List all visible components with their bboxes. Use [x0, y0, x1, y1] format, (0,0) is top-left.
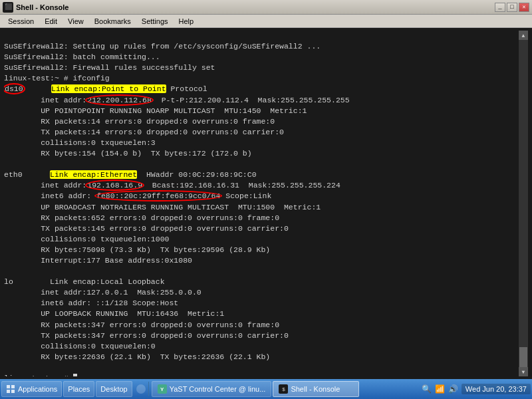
line-eth0: eth0 Link encap:Ethernet HWaddr 00:0C:29… [4, 170, 257, 179]
line-eth0-tx1: TX packets:145 errors:0 dropped:0 overru… [4, 224, 289, 233]
menu-bar: Session Edit View Bookmarks Settings Hel… [0, 15, 532, 28]
minimize-button[interactable]: _ [495, 3, 505, 12]
line-eth0-inet6: inet6 addr: fe80::20c:29ff:fe68:9cc0/64 … [4, 192, 271, 200]
line-ds10-tx1: TX packets:14 errors:0 dropped:0 overrun… [4, 128, 284, 136]
line-lo-inet: inet addr:127.0.0.1 Mask:255.0.0.0 [4, 288, 201, 297]
title-text: Shell - Konsole [16, 3, 68, 11]
line-eth0-bytes: RX bytes:75098 (73.3 Kb) TX bytes:29596 … [4, 245, 270, 254]
network-tray-icon[interactable]: 📶 [435, 384, 446, 394]
line-2: SuSEfirewall2: batch committing... [4, 53, 160, 61]
taskbar-apps-button[interactable]: Applications [1, 381, 62, 397]
search-tray-icon[interactable]: 🔍 [422, 384, 432, 394]
line-lo-col: collisions:0 txqueuelen:0 [4, 342, 156, 350]
taskbar: Applications Places Desktop Y YaST Contr… [0, 379, 532, 399]
shell-icon: $ [279, 384, 288, 394]
line-lo-rx1: RX packets:347 errors:0 dropped:0 overru… [4, 321, 279, 329]
menu-help[interactable]: Help [174, 16, 200, 27]
line-ds10-up: UP POINTOPOINT RUNNING NOARP MULTICAST M… [4, 106, 307, 115]
yast-icon: Y [158, 384, 167, 394]
line-eth0-col: collisions:0 txqueuelen:1000 [4, 235, 169, 243]
line-lo-tx1: TX packets:347 errors:0 dropped:0 overru… [4, 331, 289, 340]
title-bar: ⬛ Shell - Konsole _ □ ✕ [0, 0, 532, 15]
places-label: Places [68, 385, 90, 393]
line-ds10: ds10 Link encap:Point to Point Protocol [4, 84, 207, 93]
taskbar-places-button[interactable]: Places [63, 381, 94, 397]
line-eth0-up: UP BROADCAST NOTRAILERS RUNNING MULTICAS… [4, 203, 321, 211]
scroll-thumb[interactable] [519, 347, 527, 367]
terminal[interactable]: SuSEfirewall2: Setting up rules from /et… [0, 28, 532, 379]
window-icon: ⬛ [3, 2, 13, 13]
ds10-label: ds10 [4, 84, 24, 93]
taskbar-shell-button[interactable]: $ Shell - Konsole [273, 381, 359, 397]
scroll-track[interactable] [519, 40, 528, 367]
line-ds10-bytes: RX bytes:154 (154.0 b) TX bytes:172 (172… [4, 149, 252, 158]
svg-rect-0 [7, 385, 10, 388]
menu-session[interactable]: Session [3, 16, 39, 27]
eth0-ip: 192.168.16.9 [86, 181, 143, 190]
svg-rect-3 [11, 390, 15, 393]
ds10-ip: 212.200.112.68 [86, 96, 152, 104]
line-3: SuSEfirewall2: Firewall rules successful… [4, 63, 215, 72]
line-eth0-int: Interrupt:177 Base address:0x1080 [4, 256, 192, 265]
line-ds10-rx1: RX packets:14 errors:0 dropped:0 overrun… [4, 117, 275, 126]
line-4: linux-test:~ # ifconfig [4, 74, 110, 82]
line-lo-up: UP LOOPBACK RUNNING MTU:16436 Metric:1 [4, 309, 224, 318]
taskbar-desktop-button[interactable]: Desktop [96, 381, 132, 397]
system-clock: Wed Jun 20, 23:37 [462, 384, 531, 394]
window-controls: _ □ ✕ [495, 3, 529, 12]
line-lo-inet6: inet6 addr: ::1/128 Scope:Host [4, 299, 178, 307]
line-lo-bytes: RX bytes:22636 (22.1 Kb) TX bytes:22636 … [4, 352, 270, 361]
svg-rect-1 [11, 385, 15, 388]
title-bar-left: ⬛ Shell - Konsole [3, 2, 68, 13]
volume-tray-icon[interactable]: 🔊 [448, 384, 459, 394]
line-lo: lo Link encap:Local Loopback [4, 277, 165, 286]
menu-bookmarks[interactable]: Bookmarks [89, 16, 136, 27]
menu-settings[interactable]: Settings [136, 16, 174, 27]
taskbar-extra-icon [136, 384, 146, 394]
scroll-up-button[interactable]: ▲ [519, 31, 528, 40]
line-eth0-inet: inet addr:192.168.16.9 Bcast:192.168.16.… [4, 181, 340, 190]
apps-icon [6, 384, 15, 394]
terminal-output: SuSEfirewall2: Setting up rules from /et… [4, 31, 519, 376]
apps-label: Applications [18, 385, 57, 393]
line-1: SuSEfirewall2: Setting up rules from /et… [4, 42, 321, 51]
line-ds10-col: collisions:0 txqueuelen:3 [4, 138, 156, 147]
taskbar-separator-1 [148, 382, 149, 396]
menu-view[interactable]: View [63, 16, 89, 27]
svg-rect-2 [7, 390, 10, 393]
yast-label: YaST Control Center @ linu... [170, 385, 266, 393]
scrollbar[interactable]: ▲ ▼ [519, 31, 528, 376]
eth0-encap: Link encap:Ethernet [50, 170, 137, 179]
menu-edit[interactable]: Edit [39, 16, 63, 27]
shell-label: Shell - Konsole [291, 385, 340, 393]
line-prompt: linux-test:~ # [4, 374, 77, 376]
ds10-encap: Link encap:Point to Point [51, 84, 166, 93]
maximize-button[interactable]: □ [507, 3, 517, 12]
taskbar-right: 🔍 📶 🔊 Wed Jun 20, 23:37 [422, 384, 531, 394]
line-ds10-inet: inet addr:212.200.112.68 P-t-P:212.200.1… [4, 96, 350, 104]
taskbar-yast-button[interactable]: Y YaST Control Center @ linu... [152, 381, 272, 397]
desktop-label: Desktop [100, 385, 127, 393]
scroll-down-button[interactable]: ▼ [519, 367, 528, 376]
eth0-ip6: fe80::20c:29ff:fe68:9cc0/64 [96, 192, 221, 200]
line-eth0-rx1: RX packets:652 errors:0 dropped:0 overru… [4, 213, 279, 222]
close-button[interactable]: ✕ [519, 3, 529, 12]
